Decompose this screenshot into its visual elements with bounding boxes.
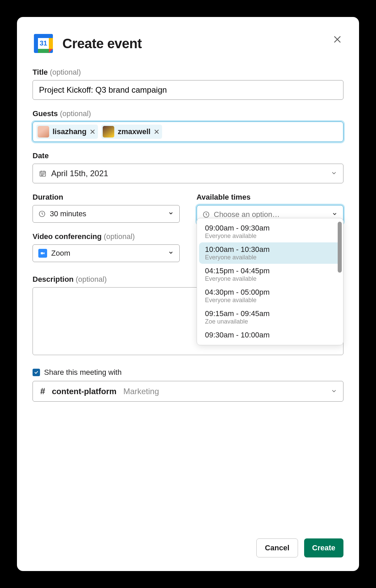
modal-header: 31 Create event: [33, 33, 343, 54]
date-section: Date April 15th, 2021: [33, 151, 343, 183]
duration-select[interactable]: 30 minutes: [33, 205, 180, 223]
available-times-section: Available times Choose an option… 09:00a…: [197, 193, 344, 224]
duration-value: 30 minutes: [50, 209, 86, 218]
time-option-availability: Zoe unavailable: [205, 318, 335, 325]
share-checkbox[interactable]: [33, 369, 40, 376]
guests-label: Guests (optional): [33, 109, 343, 118]
clock-icon: [38, 210, 46, 218]
remove-guest-icon[interactable]: [90, 129, 95, 134]
time-option[interactable]: 10:00am - 10:30am Everyone available: [199, 242, 341, 264]
avatar: [38, 126, 49, 137]
modal-title: Create event: [62, 36, 142, 51]
time-option[interactable]: 04:30pm - 05:00pm Everyone available: [199, 285, 341, 307]
video-optional: (optional): [104, 232, 135, 241]
time-option-availability: Everyone available: [205, 254, 335, 261]
title-optional: (optional): [50, 68, 81, 76]
hash-icon: #: [39, 386, 46, 397]
dropdown-scrollbar[interactable]: [338, 222, 342, 273]
svg-point-18: [44, 174, 44, 174]
time-option-range: 09:30am - 10:00am: [205, 331, 335, 339]
guest-chip-name: zmaxwell: [118, 127, 151, 136]
description-label-text: Description: [33, 275, 74, 283]
title-input[interactable]: [33, 80, 343, 100]
title-label: Title (optional): [33, 68, 343, 77]
title-label-text: Title: [33, 68, 48, 76]
time-option-range: 04:30pm - 05:00pm: [205, 288, 335, 297]
date-value: April 15th, 2021: [51, 169, 108, 178]
time-option[interactable]: 09:15am - 09:45am Zoe unavailable: [199, 307, 341, 328]
svg-rect-22: [41, 252, 43, 254]
time-option[interactable]: 09:00am - 09:30am Everyone available: [199, 221, 341, 242]
video-label: Video conferencing (optional): [33, 232, 180, 241]
available-times-dropdown: 09:00am - 09:30am Everyone available 10:…: [197, 218, 344, 345]
svg-point-20: [42, 175, 43, 176]
time-option-range: 10:00am - 10:30am: [205, 245, 335, 254]
time-option[interactable]: 04:15pm - 04:45pm Everyone available: [199, 264, 341, 285]
chevron-down-icon: [331, 387, 337, 396]
time-option-range: 09:00am - 09:30am: [205, 224, 335, 233]
guests-label-text: Guests: [33, 109, 58, 118]
create-event-modal: 31 Create event Title (optional) Guests …: [17, 17, 359, 571]
chevron-down-icon: [168, 249, 174, 258]
channel-name: content-platform: [52, 387, 117, 396]
duration-section: Duration 30 minutes Video conferencing (…: [33, 193, 180, 262]
avatar: [103, 126, 114, 137]
date-select[interactable]: April 15th, 2021: [33, 164, 343, 183]
time-option-range: 04:15pm - 04:45pm: [205, 267, 335, 275]
svg-text:31: 31: [40, 39, 47, 47]
video-select[interactable]: Zoom: [33, 244, 180, 262]
duration-label: Duration: [33, 193, 180, 202]
channel-select[interactable]: # content-platform Marketing: [33, 381, 343, 402]
duration-available-row: Duration 30 minutes Video conferencing (…: [33, 193, 343, 262]
time-option-availability: Everyone available: [205, 275, 335, 282]
title-section: Title (optional): [33, 68, 343, 100]
guest-chip[interactable]: lisazhang: [36, 125, 98, 139]
cancel-button[interactable]: Cancel: [256, 538, 298, 557]
chevron-down-icon: [331, 169, 337, 178]
time-option-availability: Everyone available: [205, 233, 335, 240]
svg-point-16: [41, 174, 42, 174]
share-label: Share this meeting with: [44, 368, 122, 377]
google-calendar-icon: 31: [33, 33, 54, 54]
chevron-down-icon: [168, 209, 174, 218]
guests-section: Guests (optional) lisazhang zmaxwell: [33, 109, 343, 142]
guests-input[interactable]: lisazhang zmaxwell: [33, 122, 343, 142]
clock-icon: [202, 211, 210, 218]
share-section: Share this meeting with # content-platfo…: [33, 366, 343, 402]
time-option[interactable]: 09:30am - 10:00am: [199, 328, 341, 342]
svg-marker-23: [43, 252, 45, 254]
svg-point-19: [41, 175, 42, 176]
guest-chip-name: lisazhang: [53, 127, 86, 136]
zoom-icon: [38, 249, 47, 258]
date-label: Date: [33, 151, 343, 160]
time-option-availability: Everyone available: [205, 297, 335, 304]
modal-footer: Cancel Create: [33, 538, 343, 557]
video-label-text: Video conferencing: [33, 232, 102, 241]
create-button[interactable]: Create: [304, 538, 343, 557]
svg-rect-3: [38, 49, 49, 53]
calendar-icon: [39, 170, 46, 177]
available-times-label: Available times: [197, 193, 344, 202]
svg-point-17: [42, 174, 43, 174]
close-button[interactable]: [333, 35, 342, 45]
guests-optional: (optional): [60, 109, 91, 118]
remove-guest-icon[interactable]: [154, 129, 159, 134]
video-value: Zoom: [51, 249, 70, 258]
guest-chip[interactable]: zmaxwell: [101, 125, 162, 139]
channel-description: Marketing: [123, 387, 159, 396]
time-option-range: 09:15am - 09:45am: [205, 309, 335, 318]
description-optional: (optional): [76, 275, 107, 283]
svg-rect-2: [49, 38, 53, 49]
